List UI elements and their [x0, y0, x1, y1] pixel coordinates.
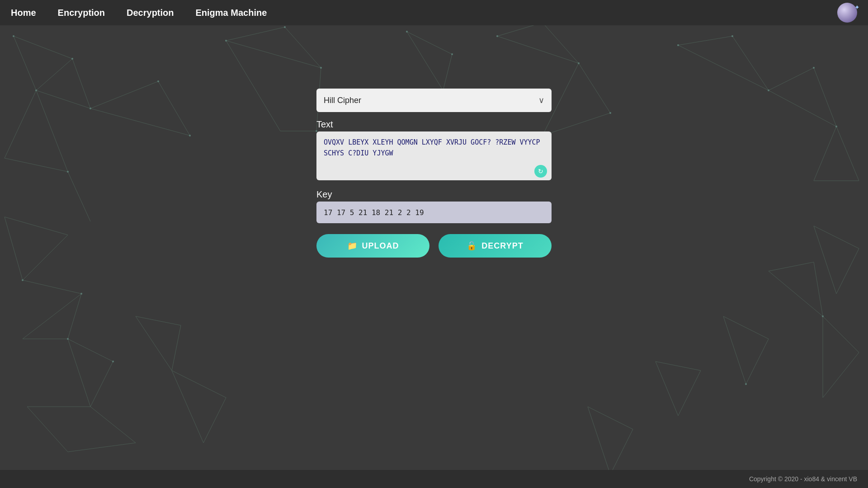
key-field-group: Key: [316, 189, 552, 223]
decrypt-icon: 🔓: [467, 241, 477, 251]
key-input[interactable]: [316, 202, 552, 223]
button-row: 📁 UPLOAD 🔓 DECRYPT: [316, 234, 552, 258]
footer-copyright: Copyright © 2020 - xio84 & vincent VB: [749, 475, 857, 483]
cipher-dropdown[interactable]: Caesar CipherHill CipherVigenere CipherP…: [316, 89, 552, 112]
upload-button[interactable]: 📁 UPLOAD: [316, 234, 429, 258]
form-container: Caesar CipherHill CipherVigenere CipherP…: [316, 89, 552, 258]
refresh-button[interactable]: ↻: [534, 165, 547, 178]
text-field-group: Text OVQXV LBEYX XLEYH QOMGN LXYQF XVRJU…: [316, 119, 552, 182]
nav-encryption[interactable]: Encryption: [58, 8, 105, 18]
text-label: Text: [316, 119, 552, 130]
upload-label: UPLOAD: [362, 241, 399, 251]
nav-home[interactable]: Home: [11, 8, 36, 18]
upload-icon: 📁: [347, 241, 358, 251]
decrypt-label: DECRYPT: [481, 241, 523, 251]
avatar[interactable]: [837, 3, 857, 23]
cipher-dropdown-wrapper: Caesar CipherHill CipherVigenere CipherP…: [316, 89, 552, 112]
text-input[interactable]: OVQXV LBEYX XLEYH QOMGN LXYQF XVRJU GOCF…: [316, 131, 552, 180]
nav-enigma[interactable]: Enigma Machine: [196, 8, 267, 18]
footer: Copyright © 2020 - xio84 & vincent VB: [0, 470, 868, 488]
textarea-wrapper: OVQXV LBEYX XLEYH QOMGN LXYQF XVRJU GOCF…: [316, 131, 552, 182]
nav-decryption[interactable]: Decryption: [127, 8, 174, 18]
navbar: Home Encryption Decryption Enigma Machin…: [0, 0, 868, 25]
decrypt-button[interactable]: 🔓 DECRYPT: [439, 234, 552, 258]
key-label: Key: [316, 189, 552, 200]
main-content: Caesar CipherHill CipherVigenere CipherP…: [0, 25, 868, 470]
